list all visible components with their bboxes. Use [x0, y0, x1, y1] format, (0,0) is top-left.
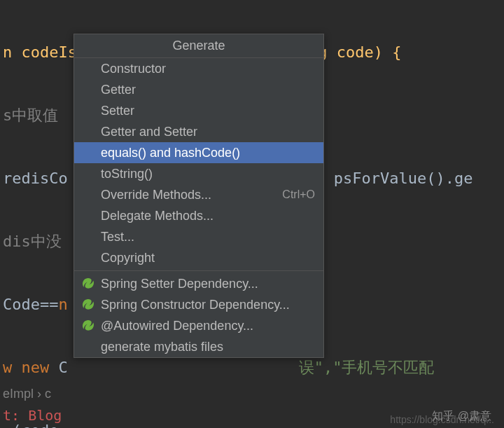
code-comment: dis中没 [3, 233, 62, 250]
code-string: 误","手机号不匹配 [299, 359, 435, 376]
blog-prefix: t: [3, 407, 28, 424]
code-keyword: n [58, 296, 67, 313]
menu-item[interactable]: Getter [74, 79, 323, 100]
menu-item[interactable]: @Autowired Dependency... [74, 315, 323, 336]
menu-item[interactable]: Spring Constructor Dependency... [74, 294, 323, 315]
blog-name: Blog [28, 407, 62, 424]
menu-item[interactable]: Test... [74, 226, 323, 247]
menu-item-label: Delegate Methods... [101, 209, 315, 223]
menu-icon-blank [81, 340, 95, 354]
code-text: psForValue().ge [334, 170, 473, 187]
menu-icon-blank [81, 188, 95, 202]
spring-leaf-icon [81, 298, 95, 312]
menu-item-label: Override Methods... [101, 188, 282, 202]
menu-icon-blank [81, 251, 95, 265]
code-keyword: w new [3, 359, 58, 376]
menu-item[interactable]: Spring Setter Dependency... [74, 273, 323, 294]
menu-group-1: ConstructorGetterSetterGetter and Setter… [74, 58, 323, 268]
watermark-text: 知乎 @肃意 [432, 409, 491, 424]
menu-item-label: Getter [101, 83, 315, 97]
menu-item[interactable]: Copyright [74, 247, 323, 268]
popup-title: Generate [74, 34, 323, 58]
blog-label: t: Blog [3, 407, 62, 424]
menu-item[interactable]: generate mybatis files [74, 336, 323, 357]
menu-item-label: @Autowired Dependency... [101, 319, 315, 333]
menu-item-label: generate mybatis files [101, 340, 315, 354]
breadcrumb-item[interactable]: eImpl [3, 387, 34, 401]
breadcrumb[interactable]: eImpl › c [3, 387, 51, 401]
menu-icon-blank [81, 104, 95, 118]
menu-icon-blank [81, 83, 95, 97]
menu-item-label: Constructor [101, 62, 315, 76]
menu-item-label: equals() and hashCode() [101, 146, 315, 160]
menu-icon-blank [81, 167, 95, 181]
menu-item-label: Setter [101, 104, 315, 118]
menu-icon-blank [81, 209, 95, 223]
code-comment: s中取值 [3, 106, 58, 124]
menu-icon-blank [81, 146, 95, 160]
breadcrumb-item[interactable]: c [45, 387, 51, 401]
code-text: C [58, 359, 67, 376]
menu-item-label: toString() [101, 167, 315, 181]
menu-item[interactable]: Getter and Setter [74, 121, 323, 142]
menu-item[interactable]: Override Methods...Ctrl+O [74, 184, 323, 205]
menu-icon-blank [81, 230, 95, 244]
menu-group-2: Spring Setter Dependency...Spring Constr… [74, 273, 323, 357]
spring-leaf-icon [81, 319, 95, 333]
menu-item-label: Getter and Setter [101, 125, 315, 139]
menu-item-label: Test... [101, 230, 315, 244]
menu-shortcut: Ctrl+O [282, 188, 315, 201]
menu-item-label: Spring Constructor Dependency... [101, 298, 315, 312]
code-text: redisCo [3, 170, 68, 187]
code-text: Code== [3, 296, 58, 313]
menu-icon-blank [81, 125, 95, 139]
menu-item-label: Spring Setter Dependency... [101, 277, 315, 291]
menu-icon-blank [81, 62, 95, 76]
menu-item[interactable]: toString() [74, 163, 323, 184]
menu-item[interactable]: Constructor [74, 58, 323, 79]
menu-separator [74, 270, 323, 271]
menu-item[interactable]: equals() and hashCode() [74, 142, 323, 163]
menu-item[interactable]: Setter [74, 100, 323, 121]
menu-item-label: Copyright [101, 251, 315, 265]
breadcrumb-sep: › [37, 387, 45, 401]
generate-popup: Generate ConstructorGetterSetterGetter a… [74, 34, 324, 358]
spring-leaf-icon [81, 277, 95, 291]
menu-item[interactable]: Delegate Methods... [74, 205, 323, 226]
